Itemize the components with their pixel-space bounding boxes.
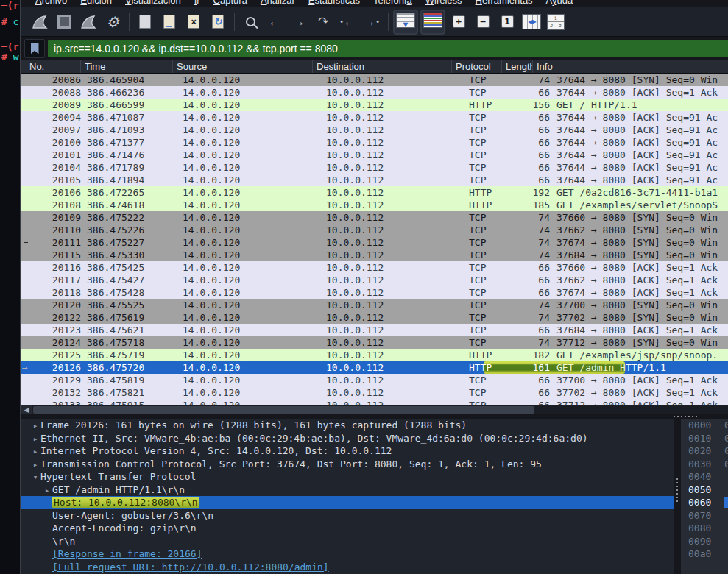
go-to-packet-button[interactable]: ↷ xyxy=(314,12,333,32)
collapsed-arrow-icon[interactable]: ▸ xyxy=(30,458,40,472)
packet-row-20126[interactable]: 20126386.47572014.0.0.12010.0.0.112HTTP1… xyxy=(21,361,728,374)
expanded-arrow-icon[interactable]: ▾ xyxy=(30,471,40,484)
column-header-no[interactable]: No. xyxy=(21,60,81,73)
column-header-length[interactable]: Length xyxy=(502,60,533,73)
column-header-protocol[interactable]: Protocol xyxy=(452,60,502,73)
save-file-button[interactable] xyxy=(160,12,179,32)
column-header-destination[interactable]: Destination xyxy=(313,60,452,73)
packet-row-20094[interactable]: 20094386.47108714.0.0.12010.0.0.112TCP66… xyxy=(21,111,728,124)
packet-row-20124[interactable]: 20124386.47571814.0.0.12010.0.0.112TCP74… xyxy=(21,336,728,349)
detail-row[interactable]: ▸Transmission Control Protocol, Src Port… xyxy=(21,458,674,471)
col-no: 20110 xyxy=(26,224,83,236)
detail-row[interactable]: ▾Hypertext Transfer Protocol xyxy=(21,470,674,483)
zoom-in-button[interactable]: + xyxy=(449,12,468,32)
detail-row[interactable]: [Response in frame: 20166] xyxy=(21,548,674,561)
menu-wireless[interactable]: Wireless xyxy=(419,0,469,6)
col-source: 14.0.0.120 xyxy=(179,224,322,236)
colorize-toggle[interactable] xyxy=(422,12,444,32)
zoom-100-button[interactable]: 1 xyxy=(498,12,517,32)
packet-row-20097[interactable]: 20097386.47109314.0.0.12010.0.0.112TCP66… xyxy=(21,124,728,136)
packet-row-20120[interactable]: 20120386.47552514.0.0.12010.0.0.112TCP74… xyxy=(21,299,728,311)
detail-row[interactable]: ▸Frame 20126: 161 bytes on wire (1288 bi… xyxy=(21,419,674,432)
collapsed-arrow-icon[interactable]: ▸ xyxy=(30,419,40,433)
go-first-packet-button[interactable]: •← xyxy=(338,12,357,32)
packet-row-20129[interactable]: 20129386.47581914.0.0.12010.0.0.112TCP66… xyxy=(21,374,728,386)
filter-bookmark-button[interactable] xyxy=(24,39,45,58)
restart-capture-button[interactable] xyxy=(79,12,98,32)
detail-row[interactable]: \r\n xyxy=(21,535,674,548)
packet-row-20108[interactable]: 20108386.47461814.0.0.12010.0.0.112HTTP1… xyxy=(21,199,728,211)
col-source: 14.0.0.120 xyxy=(179,324,322,336)
detail-row[interactable]: Host: 10.0.0.112:8080\r\n xyxy=(21,496,674,509)
menu-herramientas[interactable]: Herramientas xyxy=(469,0,540,6)
menu-estadísticas[interactable]: Estadísticas xyxy=(302,0,367,6)
collapsed-arrow-icon[interactable]: ▸ xyxy=(30,433,40,446)
packet-row-20089[interactable]: 20089386.46659914.0.0.12010.0.0.112HTTP1… xyxy=(21,99,728,111)
zoom-out-button[interactable]: − xyxy=(473,12,492,32)
packet-row-20101[interactable]: 20101386.47147614.0.0.12010.0.0.112TCP66… xyxy=(21,149,728,161)
menu-ir[interactable]: Ir xyxy=(188,0,207,6)
packet-row-20118[interactable]: 20118386.47542814.0.0.12010.0.0.112TCP66… xyxy=(21,286,728,299)
detail-row[interactable]: [Full request URI: http://10.0.0.112:808… xyxy=(21,561,674,574)
packet-row-20088[interactable]: 20088386.46623614.0.0.12010.0.0.112TCP66… xyxy=(21,86,728,99)
packet-row-20125[interactable]: 20125386.47571914.0.0.12010.0.0.112HTTP1… xyxy=(21,349,728,361)
packet-row-20123[interactable]: 20123386.47562114.0.0.12010.0.0.112TCP66… xyxy=(21,324,728,336)
open-file-button[interactable] xyxy=(135,12,155,32)
packet-row-20106[interactable]: 20106386.47226514.0.0.12010.0.0.112HTTP1… xyxy=(21,186,728,199)
column-header-info[interactable]: Info xyxy=(533,60,728,73)
start-capture-button[interactable] xyxy=(30,12,49,32)
packet-row-20115[interactable]: 20115386.47533014.0.0.12010.0.0.112TCP74… xyxy=(21,249,728,261)
packet-row-20132[interactable]: 20132386.47582114.0.0.12010.0.0.112TCP66… xyxy=(21,386,728,399)
packet-row-20133[interactable]: 20133386.47591514.0.0.12010.0.0.112TCP66… xyxy=(21,399,728,405)
col-no: 20115 xyxy=(26,249,83,261)
menu-bar: ArchivoEdiciónVisualizaciónIrCapturaAnal… xyxy=(21,0,728,7)
display-filter-input[interactable]: ip.src==14.0.0.120 && ip.dst==10.0.0.112… xyxy=(48,40,728,57)
menu-telefonía[interactable]: Telefonía xyxy=(367,0,419,6)
scroll-left-button[interactable]: ◀ xyxy=(21,405,32,414)
find-packet-button[interactable] xyxy=(241,12,260,32)
detail-row[interactable]: ▸Ethernet II, Src: VMware_4b:ae:ba (00:0… xyxy=(21,432,674,445)
resize-columns-button[interactable]: ◀▶ xyxy=(522,12,541,32)
menu-captura[interactable]: Captura xyxy=(207,0,254,6)
reload-file-button[interactable]: ↻ xyxy=(208,12,227,32)
col-info: 37660 → 8080 [SYN] Seq=0 Win xyxy=(553,211,728,224)
capture-options-button[interactable]: ⚙ xyxy=(103,12,122,32)
packet-row-20117[interactable]: 20117386.47542714.0.0.12010.0.0.112TCP66… xyxy=(21,274,728,286)
packet-row-20104[interactable]: 20104386.47178914.0.0.12010.0.0.112TCP66… xyxy=(21,161,728,174)
packet-row-20109[interactable]: 20109386.47522214.0.0.12010.0.0.112TCP74… xyxy=(21,211,728,224)
horizontal-scrollbar[interactable]: ◀ xyxy=(21,405,728,414)
packet-row-20122[interactable]: 20122386.47561914.0.0.12010.0.0.112TCP74… xyxy=(21,311,728,324)
layout-button[interactable]: 123 xyxy=(546,12,565,32)
detail-row[interactable]: ▸Internet Protocol Version 4, Src: 14.0.… xyxy=(21,444,674,458)
go-back-button[interactable]: ← xyxy=(265,12,284,32)
auto-scroll-toggle[interactable] xyxy=(395,12,417,32)
detail-row[interactable]: ▸GET /admin HTTP/1.1\r\n xyxy=(21,483,674,497)
go-last-packet-button[interactable]: →• xyxy=(362,12,381,32)
menu-edición[interactable]: Edición xyxy=(74,0,119,6)
menu-ayuda[interactable]: Ayuda xyxy=(540,0,580,6)
go-forward-button[interactable]: → xyxy=(289,12,308,32)
scrollbar-track[interactable] xyxy=(32,405,728,414)
packet-row-20116[interactable]: 20116386.47542514.0.0.12010.0.0.112TCP66… xyxy=(21,261,728,274)
detail-row[interactable]: User-Agent: gobuster/3.6\r\n xyxy=(21,509,674,522)
menu-archivo[interactable]: Archivo xyxy=(29,0,74,6)
collapsed-arrow-icon[interactable]: ▸ xyxy=(30,445,40,458)
packet-row-20105[interactable]: 20105386.47189414.0.0.12010.0.0.112TCP66… xyxy=(21,174,728,186)
background-terminal[interactable]: ─(r# c─(r# w xyxy=(0,0,20,574)
menu-visualización[interactable]: Visualización xyxy=(119,0,188,6)
col-source: 14.0.0.120 xyxy=(179,111,322,124)
column-header-time[interactable]: Time xyxy=(81,60,173,73)
packet-row-20086[interactable]: 20086386.46590414.0.0.12010.0.0.112TCP74… xyxy=(21,74,728,86)
packet-row-20111[interactable]: 20111386.47522714.0.0.12010.0.0.112TCP74… xyxy=(21,236,728,249)
stop-capture-button[interactable] xyxy=(54,12,74,32)
detail-row[interactable]: Accept-Encoding: gzip\r\n xyxy=(21,522,674,535)
packet-row-20110[interactable]: 20110386.47522614.0.0.12010.0.0.112TCP74… xyxy=(21,224,728,236)
column-header-source[interactable]: Source xyxy=(173,60,313,73)
scrollbar-thumb[interactable] xyxy=(33,406,534,414)
splitter-handle-icon xyxy=(676,478,678,502)
menu-analizar[interactable]: Analizar xyxy=(254,0,302,6)
collapsed-arrow-icon[interactable]: ▸ xyxy=(42,484,52,497)
close-file-button[interactable]: × xyxy=(184,12,203,32)
details-bytes-splitter[interactable] xyxy=(674,419,681,574)
packet-row-20100[interactable]: 20100386.47137714.0.0.12010.0.0.112TCP66… xyxy=(21,136,728,149)
